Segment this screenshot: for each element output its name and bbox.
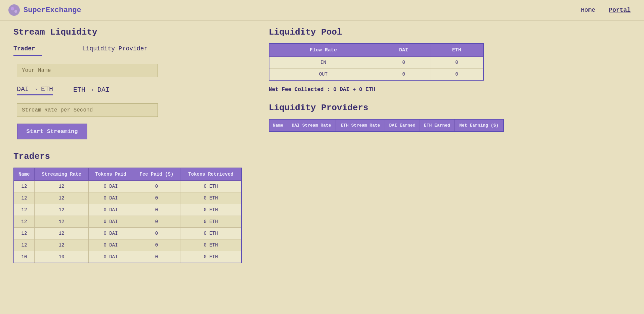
lp-table-header-row: Name DAI Stream Rate ETH Stream Rate DAI… — [269, 119, 504, 132]
liquidity-pool-title: Liquidity Pool — [269, 27, 631, 37]
trader-tokens-paid: 0 DAI — [89, 204, 133, 216]
pool-eth: 0 — [430, 57, 483, 69]
trader-tokens-retrieved: 0 ETH — [180, 216, 242, 228]
direction-row: DAI → ETH ETH → DAI — [17, 85, 249, 95]
main-content: Stream Liquidity Trader Liquidity Provid… — [0, 20, 644, 270]
trader-fee-paid: 0 — [133, 204, 180, 216]
pool-table: Flow Rate DAI ETH IN 0 0 OUT 0 0 — [269, 43, 484, 81]
nav-links: Home Portal — [581, 7, 631, 13]
trader-name: 12 — [14, 216, 34, 228]
trader-name: 10 — [14, 251, 34, 263]
traders-table: Name Streaming Rate Tokens Paid Fee Paid… — [13, 168, 242, 263]
trader-tokens-retrieved: 0 ETH — [180, 228, 242, 239]
svg-point-2 — [14, 10, 17, 13]
trader-name: 12 — [14, 181, 34, 192]
lp-col-name: Name — [269, 119, 287, 132]
table-row: OUT 0 0 — [269, 69, 483, 81]
trader-tokens-retrieved: 0 ETH — [180, 181, 242, 192]
logo-area: SuperExchange — [8, 4, 81, 16]
pool-col-eth: ETH — [430, 44, 483, 57]
trader-tokens-retrieved: 0 ETH — [180, 204, 242, 216]
trader-tokens-paid: 0 DAI — [89, 181, 133, 192]
pool-flow-rate: IN — [269, 57, 377, 69]
trader-fee-paid: 0 — [133, 181, 180, 192]
trader-streaming-rate: 12 — [34, 216, 89, 228]
name-input[interactable] — [17, 64, 158, 77]
trader-streaming-rate: 12 — [34, 228, 89, 239]
tab-trader[interactable]: Trader — [13, 43, 42, 56]
pool-flow-rate: OUT — [269, 69, 377, 81]
svg-point-0 — [8, 4, 20, 16]
trader-fee-paid: 0 — [133, 251, 180, 263]
app-logo-icon — [8, 4, 20, 16]
trader-streaming-rate: 12 — [34, 204, 89, 216]
svg-point-3 — [14, 7, 16, 9]
table-row: 10 10 0 DAI 0 0 ETH — [14, 251, 242, 263]
col-tokens-paid: Tokens Paid — [89, 168, 133, 181]
col-name: Name — [14, 168, 34, 181]
tabs-container: Trader Liquidity Provider — [13, 43, 249, 56]
table-row: 12 12 0 DAI 0 0 ETH — [14, 181, 242, 192]
app-header: SuperExchange Home Portal — [0, 0, 644, 20]
pool-dai: 0 — [377, 69, 430, 81]
pool-col-flow-rate: Flow Rate — [269, 44, 377, 57]
trader-name: 12 — [14, 204, 34, 216]
pool-col-dai: DAI — [377, 44, 430, 57]
col-fee-paid: Fee Paid ($) — [133, 168, 180, 181]
lp-col-net-earning: Net Earning ($) — [455, 119, 504, 132]
trader-name: 12 — [14, 228, 34, 239]
lp-col-dai-stream: DAI Stream Rate — [287, 119, 336, 132]
lp-col-dai-earned: DAI Earned — [385, 119, 420, 132]
trader-tokens-paid: 0 DAI — [89, 251, 133, 263]
nav-portal[interactable]: Portal — [609, 7, 631, 13]
left-panel: Stream Liquidity Trader Liquidity Provid… — [13, 27, 249, 263]
pool-table-header-row: Flow Rate DAI ETH — [269, 44, 483, 57]
table-row: 12 12 0 DAI 0 0 ETH — [14, 192, 242, 204]
trader-tokens-paid: 0 DAI — [89, 239, 133, 251]
table-row: 12 12 0 DAI 0 0 ETH — [14, 228, 242, 239]
trader-fee-paid: 0 — [133, 239, 180, 251]
pool-dai: 0 — [377, 57, 430, 69]
lp-table: Name DAI Stream Rate ETH Stream Rate DAI… — [269, 119, 504, 132]
lp-col-eth-stream: ETH Stream Rate — [336, 119, 385, 132]
app-title: SuperExchange — [24, 6, 81, 14]
trader-name: 12 — [14, 239, 34, 251]
trader-tokens-paid: 0 DAI — [89, 192, 133, 204]
trader-fee-paid: 0 — [133, 192, 180, 204]
trader-tokens-retrieved: 0 ETH — [180, 251, 242, 263]
trader-tokens-retrieved: 0 ETH — [180, 192, 242, 204]
lp-col-eth-earned: ETH Earned — [420, 119, 454, 132]
table-row: 12 12 0 DAI 0 0 ETH — [14, 216, 242, 228]
pool-eth: 0 — [430, 69, 483, 81]
table-row: 12 12 0 DAI 0 0 ETH — [14, 239, 242, 251]
net-fee-text: Net Fee Collected : 0 DAI + 0 ETH — [269, 87, 631, 93]
traders-table-header-row: Name Streaming Rate Tokens Paid Fee Paid… — [14, 168, 242, 181]
stream-liquidity-title: Stream Liquidity — [13, 27, 249, 37]
trader-streaming-rate: 10 — [34, 251, 89, 263]
tab-liquidity-provider[interactable]: Liquidity Provider — [82, 43, 154, 56]
col-streaming-rate: Streaming Rate — [34, 168, 89, 181]
svg-point-1 — [11, 7, 14, 10]
trader-streaming-rate: 12 — [34, 192, 89, 204]
nav-home[interactable]: Home — [581, 7, 595, 13]
table-row: 12 12 0 DAI 0 0 ETH — [14, 204, 242, 216]
trader-tokens-paid: 0 DAI — [89, 216, 133, 228]
trader-tokens-retrieved: 0 ETH — [180, 239, 242, 251]
trader-name: 12 — [14, 192, 34, 204]
trader-streaming-rate: 12 — [34, 181, 89, 192]
trader-fee-paid: 0 — [133, 228, 180, 239]
stream-rate-input[interactable] — [17, 103, 158, 117]
trader-tokens-paid: 0 DAI — [89, 228, 133, 239]
start-streaming-button[interactable]: Start Streaming — [17, 124, 87, 139]
direction-dai-eth[interactable]: DAI → ETH — [17, 85, 53, 95]
traders-section: Traders Name Streaming Rate Tokens Paid … — [13, 151, 249, 263]
table-row: IN 0 0 — [269, 57, 483, 69]
traders-title: Traders — [13, 151, 249, 162]
col-tokens-retrieved: Tokens Retrieved — [180, 168, 242, 181]
direction-eth-dai[interactable]: ETH → DAI — [73, 86, 110, 95]
trader-form: DAI → ETH ETH → DAI Start Streaming — [13, 64, 249, 139]
right-panel: Liquidity Pool Flow Rate DAI ETH IN 0 0 … — [269, 27, 631, 263]
liquidity-providers-section: Liquidity Providers Name DAI Stream Rate… — [269, 103, 631, 132]
trader-streaming-rate: 12 — [34, 239, 89, 251]
liquidity-providers-title: Liquidity Providers — [269, 103, 631, 113]
